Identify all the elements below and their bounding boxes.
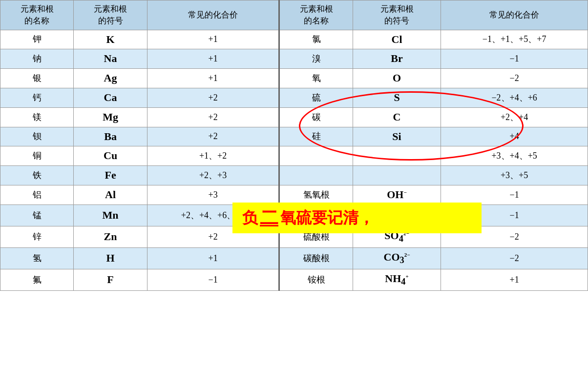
table-cell: K [74,30,147,49]
table-cell: −1 [441,204,588,226]
table-cell: −2、+4、+6 [441,88,588,107]
table-cell: +2 [147,127,279,146]
table-cell: 硫酸根 [279,226,353,247]
table-cell: Na [74,49,147,69]
table-cell: 氢 [0,247,74,269]
main-table-container: 元素和根的名称 元素和根的符号 常见的化合价 元素和根的名称 元素和根的符号 常… [0,0,588,367]
table-cell: +1 [441,269,588,290]
table-cell: −1 [441,49,588,69]
table-cell: Mg [74,107,147,127]
table-cell: H [74,247,147,269]
table-cell: OH− [353,185,441,204]
table-cell: +1 [147,30,279,49]
table-cell: Ca [74,88,147,107]
header-symbol-right: 元素和根的符号 [353,0,441,30]
table-cell: +1、+2 [147,146,279,166]
table-cell: NH4+ [353,269,441,290]
table-row: 锰Mn+2、+4、+6、+7硝酸根NO3−−1 [0,204,588,226]
table-cell [279,166,353,185]
table-row: 钙Ca+2硫S−2、+4、+6 [0,88,588,107]
table-row: 铝Al+3氢氧根OH−−1 [0,185,588,204]
table-cell: Al [74,185,147,204]
table-row: 镁Mg+2碳C+2、+4 [0,107,588,127]
table-cell: 锰 [0,204,74,226]
table-cell: +1 [147,247,279,269]
table-cell: 镁 [0,107,74,127]
table-cell: O [353,69,441,88]
table-cell [353,166,441,185]
table-cell [353,146,441,166]
table-cell: +2 [147,107,279,127]
header-valence-right: 常见的化合价 [441,0,588,30]
header-symbol-left: 元素和根的符号 [74,0,147,30]
table-cell: 钠 [0,49,74,69]
header-valence-left: 常见的化合价 [147,0,279,30]
table-cell: Zn [74,226,147,247]
table-cell: 碳酸根 [279,247,353,269]
table-cell: 钡 [0,127,74,146]
table-row: 钾K+1氯Cl−1、+1、+5、+7 [0,30,588,49]
table-cell: +2、+3 [147,166,279,185]
table-cell: 氯 [279,30,353,49]
table-cell: 银 [0,69,74,88]
table-cell: 碳 [279,107,353,127]
table-cell: −1 [441,185,588,204]
table-cell: +3 [147,185,279,204]
table-cell: −1、+1、+5、+7 [441,30,588,49]
table-cell: +2、+4 [441,107,588,127]
table-cell: 铝 [0,185,74,204]
table-cell: Fe [74,166,147,185]
table-cell: 硝酸根 [279,204,353,226]
header-name-left: 元素和根的名称 [0,0,74,30]
table-cell: SO42− [353,226,441,247]
table-cell: +2、+4、+6、+7 [147,204,279,226]
chemistry-table: 元素和根的名称 元素和根的符号 常见的化合价 元素和根的名称 元素和根的符号 常… [0,0,588,291]
table-cell: Cl [353,30,441,49]
table-cell: 钾 [0,30,74,49]
table-row: 铜Cu+1、+2+3、+4、+5 [0,146,588,166]
table-cell: +1 [147,69,279,88]
table-cell: −1 [147,269,279,290]
table-cell: 硫 [279,88,353,107]
table-cell: 钙 [0,88,74,107]
table-cell: +3、+5 [441,166,588,185]
table-cell: S [353,88,441,107]
table-row: 锌Zn+2硫酸根SO42−−2 [0,226,588,247]
table-cell: −2 [441,226,588,247]
header-name-right: 元素和根的名称 [279,0,353,30]
table-cell: 硅 [279,127,353,146]
table-row: 铁Fe+2、+3+3、+5 [0,166,588,185]
table-cell: +2 [147,88,279,107]
header-row: 元素和根的名称 元素和根的符号 常见的化合价 元素和根的名称 元素和根的符号 常… [0,0,588,30]
table-cell: 氢氧根 [279,185,353,204]
table-cell: 铁 [0,166,74,185]
table-cell: −2 [441,247,588,269]
table-cell: F [74,269,147,290]
table-cell [279,146,353,166]
table-cell: +4 [441,127,588,146]
table-cell: +1 [147,49,279,69]
table-cell: 铜 [0,146,74,166]
table-cell: 氟 [0,269,74,290]
table-cell: +2 [147,226,279,247]
table-cell: Cu [74,146,147,166]
table-row: 氢H+1碳酸根CO32−−2 [0,247,588,269]
table-cell: −2 [441,69,588,88]
table-row: 钠Na+1溴Br−1 [0,49,588,69]
table-cell: 铵根 [279,269,353,290]
table-row: 钡Ba+2硅Si+4 [0,127,588,146]
table-cell: C [353,107,441,127]
table-cell: Mn [74,204,147,226]
table-cell: Ba [74,127,147,146]
table-cell: 氧 [279,69,353,88]
table-cell: Ag [74,69,147,88]
table-cell: 溴 [279,49,353,69]
table-cell: Br [353,49,441,69]
table-row: 氟F−1铵根NH4++1 [0,269,588,290]
table-cell: CO32− [353,247,441,269]
table-row: 银Ag+1氧O−2 [0,69,588,88]
table-cell: +3、+4、+5 [441,146,588,166]
table-cell: NO3− [353,204,441,226]
table-cell: 锌 [0,226,74,247]
table-cell: Si [353,127,441,146]
